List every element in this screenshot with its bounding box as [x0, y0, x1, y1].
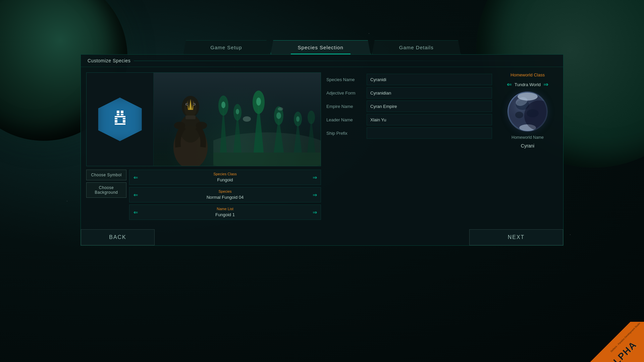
species-value: Normal Fungoid 04 — [207, 195, 244, 200]
leader-name-input[interactable] — [367, 114, 492, 125]
planet-svg — [507, 92, 548, 132]
tab-game-details[interactable]: Game Details — [372, 40, 461, 54]
leader-name-row: Leader Name — [326, 114, 492, 125]
homeworld-class-selector: ⇐ Tundra World ⇒ — [507, 81, 548, 88]
alien-figure — [160, 79, 221, 166]
name-list-prev-button[interactable]: ⇐ — [129, 205, 142, 220]
species-class-value: Fungoid — [217, 177, 233, 182]
svg-rect-1 — [121, 111, 123, 113]
species-symbol-icon — [110, 108, 130, 131]
ship-prefix-input[interactable] — [367, 127, 492, 139]
panel-header: Customize Species — [81, 55, 563, 67]
svg-rect-0 — [117, 111, 119, 113]
back-button[interactable]: Back — [81, 229, 155, 245]
adjective-form-label: Adjective Form — [326, 90, 367, 96]
svg-point-43 — [515, 112, 523, 118]
tab-game-setup[interactable]: Game Setup — [183, 40, 269, 54]
svg-point-37 — [243, 116, 251, 122]
homeworld-class-next-button[interactable]: ⇒ — [543, 81, 548, 88]
svg-rect-8 — [123, 120, 125, 123]
species-class-prev-button[interactable]: ⇐ — [129, 170, 142, 185]
alpha-watermark: ALPHA Stellaris - Paradox Development St… — [577, 322, 644, 362]
empire-name-input[interactable] — [367, 101, 492, 112]
name-list-selector: ⇐ Name List Fungoid 1 ⇒ — [129, 204, 321, 220]
svg-point-31 — [256, 98, 261, 106]
species-class-label: Species Class — [142, 172, 309, 176]
svg-rect-21 — [185, 116, 196, 119]
species-label: Species — [142, 189, 309, 193]
svg-rect-9 — [115, 123, 125, 125]
species-name-row: Species Name — [326, 74, 492, 85]
homeworld-name-label: Homeworld Name — [512, 135, 544, 140]
svg-rect-2 — [117, 114, 119, 115]
selector-group: ⇐ Species Class Fungoid ⇒ ⇐ Species — [129, 170, 321, 220]
name-list-next-button[interactable]: ⇒ — [309, 205, 321, 220]
panel-header-line — [134, 61, 556, 61]
species-selector: ⇐ Species Normal Fungoid 04 ⇒ — [129, 187, 321, 202]
homeworld-class-value: Tundra World — [515, 82, 541, 87]
name-list-value: Fungoid 1 — [215, 212, 235, 217]
homeworld-section: Homeworld Class ⇐ Tundra World ⇒ — [497, 72, 558, 220]
species-content: Species Normal Fungoid 04 — [142, 189, 309, 200]
choose-background-button[interactable]: Choose Background — [86, 182, 126, 198]
homeworld-name-value: Cyrani — [521, 143, 534, 148]
species-display: Choose Symbol Choose Background ⇐ Specie… — [86, 72, 321, 220]
ui-container: Game Setup Species Selection Game Detail… — [80, 40, 564, 246]
svg-rect-7 — [115, 120, 117, 123]
svg-point-36 — [296, 116, 300, 122]
species-class-selector: ⇐ Species Class Fungoid ⇒ — [129, 170, 321, 185]
svg-rect-5 — [115, 118, 117, 119]
svg-point-29 — [221, 102, 225, 108]
species-prev-button[interactable]: ⇐ — [129, 187, 142, 202]
species-class-next-button[interactable]: ⇒ — [309, 170, 321, 185]
species-next-button[interactable]: ⇒ — [309, 187, 321, 202]
svg-rect-25 — [213, 153, 321, 166]
symbol-area — [87, 73, 154, 166]
svg-point-34 — [308, 111, 315, 124]
homeworld-class-prev-button[interactable]: ⇐ — [507, 81, 512, 88]
leader-name-label: Leader Name — [326, 117, 367, 122]
bottom-bar: Back Next — [81, 229, 563, 245]
adjective-form-input[interactable] — [367, 87, 492, 99]
hexagon-background — [98, 98, 142, 141]
svg-point-38 — [278, 107, 283, 111]
svg-rect-4 — [115, 116, 125, 117]
scenery-svg — [213, 85, 321, 166]
hexagon-symbol — [98, 98, 142, 141]
choose-symbol-button[interactable]: Choose Symbol — [86, 170, 126, 180]
svg-rect-6 — [123, 118, 125, 119]
ship-prefix-row: Ship Prefix — [326, 127, 492, 139]
homeworld-planet-image — [507, 92, 548, 132]
tabs-bar: Game Setup Species Selection Game Detail… — [80, 40, 564, 54]
panel-title: Customize Species — [88, 58, 130, 63]
homeworld-class-label: Homeworld Class — [511, 72, 545, 77]
svg-rect-3 — [121, 114, 123, 115]
svg-point-35 — [276, 112, 281, 119]
name-list-content: Name List Fungoid 1 — [142, 207, 309, 218]
svg-point-19 — [186, 104, 188, 105]
portrait-area — [154, 73, 321, 166]
main-panel: Customize Species — [80, 54, 564, 246]
species-name-label: Species Name — [326, 77, 367, 82]
svg-point-20 — [193, 104, 195, 105]
panel-content: Choose Symbol Choose Background ⇐ Specie… — [81, 67, 563, 225]
ship-prefix-label: Ship Prefix — [326, 131, 367, 136]
tab-species-selection[interactable]: Species Selection — [271, 40, 371, 54]
species-class-content: Species Class Fungoid — [142, 172, 309, 183]
svg-point-30 — [236, 109, 239, 114]
name-list-label: Name List — [142, 207, 309, 211]
empire-name-label: Empire Name — [326, 104, 367, 109]
species-name-input[interactable] — [367, 74, 492, 85]
left-buttons: Choose Symbol Choose Background — [86, 170, 126, 220]
next-button[interactable]: Next — [469, 229, 563, 245]
fields-section: Species Name Adjective Form Empire Name … — [326, 72, 492, 220]
adjective-form-row: Adjective Form — [326, 87, 492, 99]
empire-name-row: Empire Name — [326, 101, 492, 112]
species-controls: Choose Symbol Choose Background ⇐ Specie… — [86, 170, 321, 220]
species-visual-area — [86, 72, 321, 166]
